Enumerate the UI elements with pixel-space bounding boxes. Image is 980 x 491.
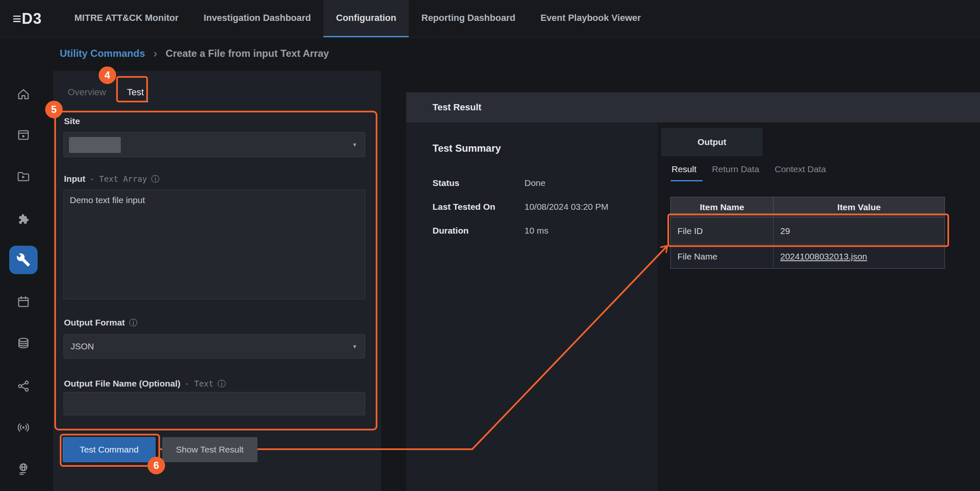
sidebar-item-geo[interactable]: [12, 457, 35, 481]
wrench-icon: [16, 253, 31, 267]
summary-row-last-tested: Last Tested On 10/08/2024 03:20 PM: [433, 202, 608, 212]
subtab-return-data[interactable]: Return Data: [712, 164, 759, 174]
test-result-header: Test Result: [406, 92, 980, 122]
test-summary-title: Test Summary: [433, 142, 501, 154]
subtab-result[interactable]: Result: [672, 164, 697, 174]
summary-row-duration: Duration 10 ms: [433, 226, 548, 236]
breadcrumb-utility-commands[interactable]: Utility Commands: [60, 48, 145, 59]
breadcrumb: Utility Commands › Create a File from in…: [47, 38, 980, 69]
folder-play-icon: [17, 170, 30, 183]
sidebar-item-utility-commands[interactable]: [9, 246, 38, 274]
input-type-hint: - Text Array: [89, 174, 147, 183]
annotation-badge-5: 5: [45, 101, 63, 118]
file-name-value: 20241008032013.json: [774, 244, 944, 268]
nav-reporting-dashboard[interactable]: Reporting Dashboard: [409, 0, 528, 37]
subtab-context-data[interactable]: Context Data: [775, 164, 826, 174]
nav-investigation-dashboard[interactable]: Investigation Dashboard: [191, 0, 323, 37]
nav-event-playbook-viewer[interactable]: Event Playbook Viewer: [528, 0, 653, 37]
sidebar-item-integrations[interactable]: [12, 207, 35, 231]
nav-mitre-attack-monitor[interactable]: MITRE ATT&CK Monitor: [62, 0, 191, 37]
page: ≡D3 MITRE ATT&CK Monitor Investigation D…: [0, 0, 980, 491]
file-id-value: 29: [774, 218, 944, 244]
site-label-row: Site: [64, 116, 80, 126]
file-id-name: File ID: [671, 218, 774, 244]
input-label-row: Input - Text Array ⓘ: [64, 174, 160, 184]
result-table: Item Name Item Value File ID 29 File Nam…: [670, 197, 945, 269]
puzzle-icon: [17, 212, 30, 226]
annotation-badge-6: 6: [148, 457, 165, 474]
output-subtabs: Result Return Data Context Data: [672, 164, 826, 174]
home-icon: [17, 87, 30, 101]
share-nodes-icon: [17, 379, 30, 393]
site-select[interactable]: ▼: [64, 132, 365, 157]
output-file-name-label-row: Output File Name (Optional) - Text ⓘ: [64, 379, 226, 389]
info-icon: ⓘ: [129, 318, 137, 327]
item-value-header: Item Value: [774, 197, 944, 217]
last-tested-label: Last Tested On: [433, 202, 524, 212]
calendar-play-icon: [17, 128, 30, 141]
breadcrumb-separator-icon: ›: [153, 47, 157, 60]
test-command-button[interactable]: Test Command: [63, 437, 155, 462]
sidebar-item-events[interactable]: [12, 416, 35, 439]
info-icon: ⓘ: [217, 379, 226, 388]
command-test-panel: Overview Test Site ▼ Input - Text Array …: [53, 71, 381, 491]
summary-row-status: Status Done: [433, 178, 545, 188]
broadcast-icon: [17, 421, 30, 434]
sidebar-item-incidents[interactable]: [12, 123, 35, 146]
active-tab-indicator: [118, 101, 148, 102]
status-label: Status: [433, 178, 524, 188]
tab-overview[interactable]: Overview: [64, 85, 109, 99]
output-format-value: JSON: [71, 341, 94, 351]
file-name-name: File Name: [671, 244, 774, 268]
sidebar-item-data[interactable]: [12, 331, 35, 355]
sidebar-item-schedules[interactable]: [12, 290, 35, 313]
site-value-redacted: [69, 137, 121, 153]
output-file-name-type-hint: - Text: [185, 379, 214, 388]
duration-value: 10 ms: [524, 226, 548, 236]
chevron-down-icon: ▼: [352, 142, 357, 148]
output-format-label: Output Format: [64, 318, 125, 328]
output-panel: Output Result Return Data Context Data I…: [657, 122, 980, 491]
item-name-header: Item Name: [671, 197, 774, 217]
table-row-file-id: File ID 29: [671, 217, 944, 244]
output-file-name-label: Output File Name (Optional): [64, 379, 181, 389]
info-icon: ⓘ: [151, 175, 160, 183]
status-value: Done: [524, 178, 545, 188]
output-file-name-input[interactable]: [64, 392, 365, 415]
sidebar-rail: [0, 38, 47, 491]
output-format-label-row: Output Format ⓘ: [64, 318, 137, 328]
database-icon: [17, 336, 30, 350]
active-subtab-indicator: [671, 180, 703, 181]
annotation-badge-4: 4: [99, 66, 116, 84]
sidebar-item-connections[interactable]: [12, 374, 35, 398]
command-tabs: Overview Test: [64, 85, 147, 99]
duration-label: Duration: [433, 226, 524, 236]
show-test-result-button[interactable]: Show Test Result: [162, 437, 257, 462]
chevron-down-icon: ▼: [352, 343, 357, 350]
sidebar-item-home[interactable]: [12, 82, 35, 106]
output-format-select[interactable]: JSON ▼: [64, 334, 365, 359]
site-label: Site: [64, 116, 80, 126]
nav-configuration[interactable]: Configuration: [323, 0, 409, 37]
page-title: Create a File from input Text Array: [165, 48, 329, 59]
last-tested-value: 10/08/2024 03:20 PM: [524, 202, 608, 212]
input-textarea[interactable]: Demo text file input: [64, 190, 365, 299]
tab-output[interactable]: Output: [661, 128, 763, 156]
globe-icon: [17, 462, 30, 476]
top-nav: ≡D3 MITRE ATT&CK Monitor Investigation D…: [0, 0, 980, 38]
tab-test[interactable]: Test: [124, 85, 147, 99]
file-name-link[interactable]: 20241008032013.json: [780, 252, 867, 262]
input-label: Input: [64, 174, 85, 184]
sidebar-item-playbooks[interactable]: [12, 165, 35, 188]
table-row-file-name: File Name 20241008032013.json: [671, 244, 944, 268]
calendar-icon: [17, 295, 30, 308]
d3-logo: ≡D3: [13, 0, 42, 37]
result-table-header: Item Name Item Value: [671, 197, 944, 217]
test-result-panel: Test Result Test Summary Status Done Las…: [406, 92, 980, 491]
